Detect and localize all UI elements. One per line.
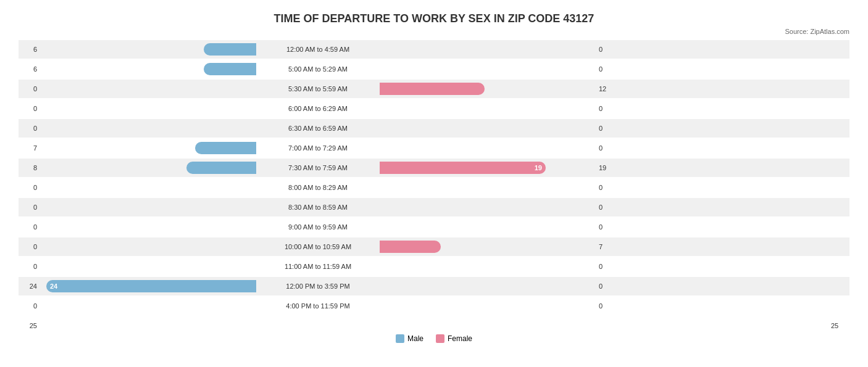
male-bar bbox=[204, 63, 256, 75]
female-bar: 19 bbox=[380, 162, 546, 174]
male-value: 6 bbox=[19, 46, 40, 53]
male-bar bbox=[204, 43, 256, 56]
chart-row: 65:00 AM to 5:29 AM0 bbox=[19, 60, 849, 78]
legend-male: Male bbox=[396, 334, 424, 343]
chart-container: TIME OF DEPARTURE TO WORK BY SEX IN ZIP … bbox=[0, 0, 868, 367]
female-bar-section bbox=[380, 83, 596, 95]
male-bar-section: 24 bbox=[40, 280, 256, 292]
female-value: 0 bbox=[596, 65, 617, 73]
time-label: 6:30 AM to 6:59 AM bbox=[256, 125, 380, 132]
chart-row: 010:00 AM to 10:59 AM7 bbox=[19, 237, 849, 256]
source-text: Source: ZipAtlas.com bbox=[19, 28, 849, 35]
time-label: 5:00 AM to 5:29 AM bbox=[256, 65, 380, 73]
chart-row: 87:30 AM to 7:59 AM1919 bbox=[19, 159, 849, 177]
female-bar-section bbox=[380, 241, 596, 253]
time-label: 5:30 AM to 5:59 AM bbox=[256, 85, 380, 93]
male-bar: 24 bbox=[46, 280, 256, 292]
legend: Male Female bbox=[19, 334, 849, 343]
female-value: 0 bbox=[596, 223, 617, 231]
chart-row: 04:00 PM to 11:59 PM0 bbox=[19, 297, 849, 315]
male-bar-section bbox=[40, 43, 256, 56]
female-bar bbox=[380, 241, 441, 253]
chart-row: 08:30 AM to 8:59 AM0 bbox=[19, 198, 849, 216]
male-bar-section bbox=[40, 142, 256, 154]
female-value: 0 bbox=[596, 184, 617, 191]
chart-row: 09:00 AM to 9:59 AM0 bbox=[19, 218, 849, 236]
time-label: 9:00 AM to 9:59 AM bbox=[256, 223, 380, 231]
chart-row: 612:00 AM to 4:59 AM0 bbox=[19, 40, 849, 59]
male-bar-section bbox=[40, 162, 256, 174]
male-value: 8 bbox=[19, 164, 40, 171]
female-value: 0 bbox=[596, 204, 617, 211]
male-value: 0 bbox=[19, 302, 40, 310]
legend-male-label: Male bbox=[407, 334, 424, 343]
male-value: 0 bbox=[19, 204, 40, 211]
chart-row: 242412:00 PM to 3:59 PM0 bbox=[19, 277, 849, 295]
scale-right: 25 bbox=[828, 322, 849, 329]
male-bar bbox=[186, 162, 256, 174]
time-label: 10:00 AM to 10:59 AM bbox=[256, 243, 380, 250]
female-value: 19 bbox=[596, 164, 617, 171]
chart-title: TIME OF DEPARTURE TO WORK BY SEX IN ZIP … bbox=[19, 12, 849, 25]
time-label: 7:30 AM to 7:59 AM bbox=[256, 164, 380, 171]
chart-row: 06:00 AM to 6:29 AM0 bbox=[19, 99, 849, 118]
male-value: 0 bbox=[19, 125, 40, 132]
time-label: 8:30 AM to 8:59 AM bbox=[256, 204, 380, 211]
legend-male-box bbox=[396, 334, 404, 343]
time-label: 11:00 AM to 11:59 AM bbox=[256, 263, 380, 270]
female-value: 0 bbox=[596, 263, 617, 270]
male-value: 7 bbox=[19, 144, 40, 152]
time-label: 4:00 PM to 11:59 PM bbox=[256, 302, 380, 310]
male-value: 24 bbox=[19, 282, 40, 290]
male-value: 0 bbox=[19, 243, 40, 250]
chart-area: 612:00 AM to 4:59 AM065:00 AM to 5:29 AM… bbox=[19, 40, 849, 321]
female-value: 0 bbox=[596, 46, 617, 53]
male-value: 6 bbox=[19, 65, 40, 73]
male-bar bbox=[195, 142, 256, 154]
time-label: 6:00 AM to 6:29 AM bbox=[256, 105, 380, 112]
male-value: 0 bbox=[19, 85, 40, 93]
scale-row: 25 25 bbox=[19, 321, 849, 331]
time-label: 7:00 AM to 7:29 AM bbox=[256, 144, 380, 152]
time-label: 8:00 AM to 8:29 AM bbox=[256, 184, 380, 191]
legend-female-box bbox=[436, 334, 444, 343]
female-value: 0 bbox=[596, 302, 617, 310]
female-value: 12 bbox=[596, 85, 617, 93]
chart-row: 06:30 AM to 6:59 AM0 bbox=[19, 119, 849, 138]
male-bar-section bbox=[40, 63, 256, 75]
legend-female-label: Female bbox=[448, 334, 472, 343]
female-value: 7 bbox=[596, 243, 617, 250]
time-label: 12:00 AM to 4:59 AM bbox=[256, 46, 380, 53]
male-value: 0 bbox=[19, 223, 40, 231]
chart-row: 05:30 AM to 5:59 AM12 bbox=[19, 80, 849, 98]
male-value: 0 bbox=[19, 105, 40, 112]
female-bar-section: 19 bbox=[380, 162, 596, 174]
female-value: 0 bbox=[596, 105, 617, 112]
male-value: 0 bbox=[19, 184, 40, 191]
chart-row: 011:00 AM to 11:59 AM0 bbox=[19, 257, 849, 276]
legend-female: Female bbox=[436, 334, 472, 343]
male-value: 0 bbox=[19, 263, 40, 270]
time-label: 12:00 PM to 3:59 PM bbox=[256, 282, 380, 290]
chart-row: 08:00 AM to 8:29 AM0 bbox=[19, 178, 849, 197]
female-value: 0 bbox=[596, 125, 617, 132]
female-value: 0 bbox=[596, 282, 617, 290]
female-bar bbox=[380, 83, 485, 95]
female-value: 0 bbox=[596, 144, 617, 152]
chart-row: 77:00 AM to 7:29 AM0 bbox=[19, 139, 849, 157]
scale-left: 25 bbox=[19, 322, 40, 329]
